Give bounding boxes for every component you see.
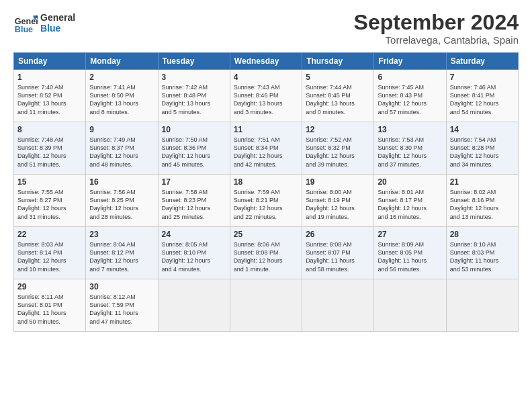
calendar-cell-13: 13Sunrise: 7:53 AMSunset: 8:30 PMDayligh… xyxy=(374,122,446,175)
calendar-cell-28: 28Sunrise: 8:10 AMSunset: 8:03 PMDayligh… xyxy=(446,227,518,279)
calendar-cell-empty xyxy=(374,279,446,332)
calendar-week-2: 8Sunrise: 7:48 AMSunset: 8:39 PMDaylight… xyxy=(14,122,519,175)
calendar-cell-20: 20Sunrise: 8:01 AMSunset: 8:17 PMDayligh… xyxy=(374,175,446,227)
calendar-cell-empty xyxy=(158,279,230,332)
calendar-cell-15: 15Sunrise: 7:55 AMSunset: 8:27 PMDayligh… xyxy=(14,175,86,227)
calendar-cell-empty xyxy=(302,279,374,332)
location: Torrelavega, Cantabria, Spain xyxy=(354,34,519,46)
calendar-cell-27: 27Sunrise: 8:09 AMSunset: 8:05 PMDayligh… xyxy=(374,227,446,279)
calendar-cell-9: 9Sunrise: 7:49 AMSunset: 8:37 PMDaylight… xyxy=(86,122,158,175)
calendar-cell-empty xyxy=(446,279,518,332)
logo-icon: General Blue xyxy=(13,11,38,35)
calendar-cell-6: 6Sunrise: 7:45 AMSunset: 8:43 PMDaylight… xyxy=(374,70,446,122)
calendar-cell-14: 14Sunrise: 7:54 AMSunset: 8:28 PMDayligh… xyxy=(446,122,518,175)
calendar-cell-25: 25Sunrise: 8:06 AMSunset: 8:08 PMDayligh… xyxy=(230,227,302,279)
calendar-cell-empty xyxy=(230,279,302,332)
month-title: September 2024 xyxy=(354,11,519,34)
calendar-cell-24: 24Sunrise: 8:05 AMSunset: 8:10 PMDayligh… xyxy=(158,227,230,279)
col-tuesday: Tuesday xyxy=(158,53,230,70)
calendar-cell-18: 18Sunrise: 7:59 AMSunset: 8:21 PMDayligh… xyxy=(230,175,302,227)
calendar-cell-21: 21Sunrise: 8:02 AMSunset: 8:16 PMDayligh… xyxy=(446,175,518,227)
calendar-table: Sunday Monday Tuesday Wednesday Thursday… xyxy=(13,52,519,332)
calendar-cell-30: 30Sunrise: 8:12 AMSunset: 7:59 PMDayligh… xyxy=(86,279,158,332)
calendar-cell-5: 5Sunrise: 7:44 AMSunset: 8:45 PMDaylight… xyxy=(302,70,374,122)
calendar-cell-3: 3Sunrise: 7:42 AMSunset: 8:48 PMDaylight… xyxy=(158,70,230,122)
title-block: September 2024 Torrelavega, Cantabria, S… xyxy=(354,11,519,46)
calendar-cell-2: 2Sunrise: 7:41 AMSunset: 8:50 PMDaylight… xyxy=(86,70,158,122)
calendar-cell-23: 23Sunrise: 8:04 AMSunset: 8:12 PMDayligh… xyxy=(86,227,158,279)
col-sunday: Sunday xyxy=(14,53,86,70)
calendar-cell-29: 29Sunrise: 8:11 AMSunset: 8:01 PMDayligh… xyxy=(14,279,86,332)
col-monday: Monday xyxy=(86,53,158,70)
col-saturday: Saturday xyxy=(446,53,518,70)
calendar-header-row: Sunday Monday Tuesday Wednesday Thursday… xyxy=(14,53,519,70)
calendar-cell-4: 4Sunrise: 7:43 AMSunset: 8:46 PMDaylight… xyxy=(230,70,302,122)
page: General Blue General Blue September 2024… xyxy=(0,0,532,411)
svg-text:Blue: Blue xyxy=(15,25,33,34)
calendar-cell-17: 17Sunrise: 7:58 AMSunset: 8:23 PMDayligh… xyxy=(158,175,230,227)
calendar-cell-19: 19Sunrise: 8:00 AMSunset: 8:19 PMDayligh… xyxy=(302,175,374,227)
calendar-cell-10: 10Sunrise: 7:50 AMSunset: 8:36 PMDayligh… xyxy=(158,122,230,175)
calendar-week-1: 1Sunrise: 7:40 AMSunset: 8:52 PMDaylight… xyxy=(14,70,519,122)
col-wednesday: Wednesday xyxy=(230,53,302,70)
calendar-week-3: 15Sunrise: 7:55 AMSunset: 8:27 PMDayligh… xyxy=(14,175,519,227)
calendar-cell-22: 22Sunrise: 8:03 AMSunset: 8:14 PMDayligh… xyxy=(14,227,86,279)
calendar-week-5: 29Sunrise: 8:11 AMSunset: 8:01 PMDayligh… xyxy=(14,279,519,332)
calendar-cell-7: 7Sunrise: 7:46 AMSunset: 8:41 PMDaylight… xyxy=(446,70,518,122)
col-thursday: Thursday xyxy=(302,53,374,70)
calendar-week-4: 22Sunrise: 8:03 AMSunset: 8:14 PMDayligh… xyxy=(14,227,519,279)
calendar-cell-8: 8Sunrise: 7:48 AMSunset: 8:39 PMDaylight… xyxy=(14,122,86,175)
calendar-cell-11: 11Sunrise: 7:51 AMSunset: 8:34 PMDayligh… xyxy=(230,122,302,175)
col-friday: Friday xyxy=(374,53,446,70)
calendar-cell-12: 12Sunrise: 7:52 AMSunset: 8:32 PMDayligh… xyxy=(302,122,374,175)
logo: General Blue General Blue xyxy=(13,11,75,35)
logo-blue: Blue xyxy=(40,23,75,34)
calendar-cell-1: 1Sunrise: 7:40 AMSunset: 8:52 PMDaylight… xyxy=(14,70,86,122)
calendar-cell-16: 16Sunrise: 7:56 AMSunset: 8:25 PMDayligh… xyxy=(86,175,158,227)
calendar-cell-26: 26Sunrise: 8:08 AMSunset: 8:07 PMDayligh… xyxy=(302,227,374,279)
header: General Blue General Blue September 2024… xyxy=(13,11,519,46)
logo-general: General xyxy=(40,12,75,23)
